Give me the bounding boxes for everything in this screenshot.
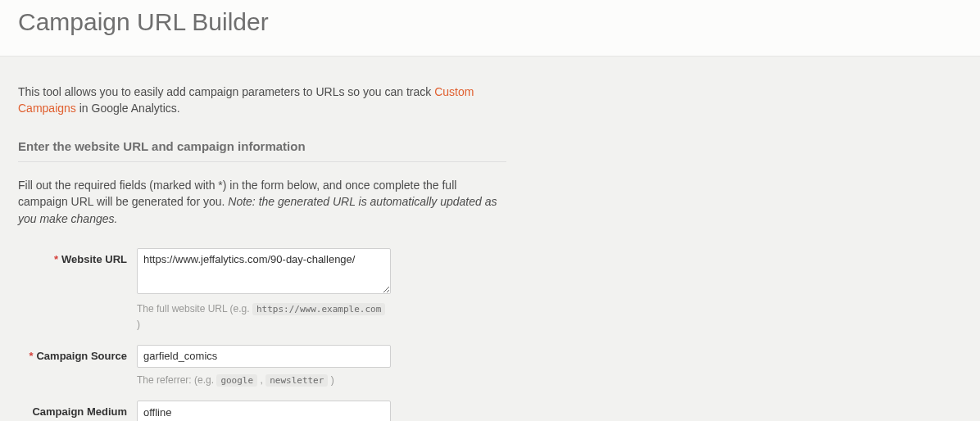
field-website-url: The full website URL (e.g. https://www.e… [137,248,391,332]
intro-suffix: in Google Analytics. [76,102,180,115]
row-campaign-source: *Campaign Source The referrer: (e.g. goo… [18,345,506,388]
section-title: Enter the website URL and campaign infor… [18,139,506,162]
hint-website-url: The full website URL (e.g. https://www.e… [137,301,391,332]
campaign-medium-input[interactable] [137,401,391,421]
website-url-input[interactable] [137,248,391,294]
label-text: Website URL [61,253,127,265]
campaign-source-input[interactable] [137,345,391,368]
page-title: Campaign URL Builder [18,8,962,36]
label-text: Campaign Source [36,350,127,362]
content: This tool allows you to easily add campa… [0,57,524,421]
label-campaign-medium: Campaign Medium [18,401,137,418]
required-mark: * [54,253,58,265]
field-campaign-source: The referrer: (e.g. google , newsletter … [137,345,391,388]
hint-campaign-source: The referrer: (e.g. google , newsletter … [137,373,391,388]
label-website-url: *Website URL [18,248,137,265]
label-campaign-source: *Campaign Source [18,345,137,362]
intro-prefix: This tool allows you to easily add campa… [18,85,434,98]
row-campaign-medium: Campaign Medium Marketing medium: (e.g. … [18,401,506,421]
header: Campaign URL Builder [0,0,980,57]
intro-text: This tool allows you to easily add campa… [18,84,506,116]
required-mark: * [29,350,33,362]
row-website-url: *Website URL The full website URL (e.g. … [18,248,506,332]
label-text: Campaign Medium [32,405,127,418]
instructions: Fill out the required fields (marked wit… [18,177,506,227]
field-campaign-medium: Marketing medium: (e.g. cpc , banner , e… [137,401,391,421]
